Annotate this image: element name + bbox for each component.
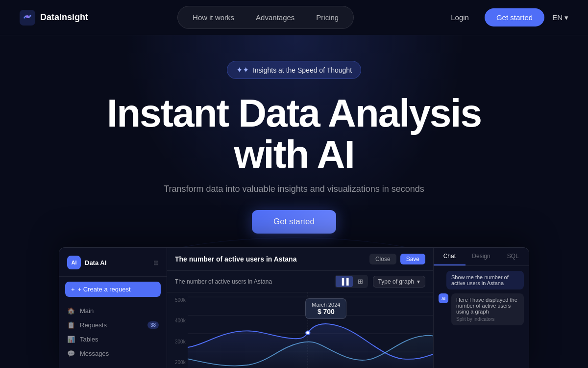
graph-type-select[interactable]: Type of graph ▾: [373, 276, 425, 288]
nav-pricing[interactable]: Pricing: [306, 9, 348, 26]
hero-subtitle: Transform data into valuable insights an…: [164, 184, 424, 194]
chart-area: 500k 400k 300k 200k: [167, 292, 433, 368]
chart-header: The number of active users in Astana Clo…: [167, 248, 433, 271]
home-icon: 🏠: [67, 307, 75, 315]
sidebar-messages-label: Messages: [80, 350, 109, 357]
svg-point-1: [26, 15, 29, 18]
y-label-500k: 500k: [175, 297, 186, 303]
create-request-label: + Create a request: [78, 286, 131, 293]
panel-tabs: Chat Design SQL: [434, 248, 529, 266]
tab-sql[interactable]: SQL: [497, 248, 529, 265]
tab-design[interactable]: Design: [466, 248, 497, 265]
chevron-down-icon: ▾: [564, 13, 568, 22]
save-button[interactable]: Save: [400, 254, 425, 264]
requests-badge: 38: [147, 321, 159, 329]
graph-type-label: Type of graph: [378, 278, 414, 285]
table-chart-type-button[interactable]: ⊞: [354, 276, 367, 287]
sparkle-icon: ✦✦: [236, 65, 249, 75]
sidebar-header: AI Data AI ⊞: [59, 256, 167, 277]
lang-label: EN: [552, 13, 563, 22]
chart-query-label: The number of active users in Astana: [175, 278, 330, 285]
nav-how-it-works[interactable]: How it works: [183, 9, 244, 26]
y-label-200k: 200k: [175, 360, 186, 365]
login-button[interactable]: Login: [443, 9, 477, 26]
requests-icon: 📋: [67, 321, 75, 329]
sidebar-item-messages[interactable]: 💬 Messages: [59, 346, 167, 361]
chart-svg: [188, 292, 433, 368]
sidebar: AI Data AI ⊞ + + Create a request 🏠 Main…: [59, 248, 167, 368]
sidebar-tables-label: Tables: [80, 336, 98, 343]
dashboard-preview: AI Data AI ⊞ + + Create a request 🏠 Main…: [59, 247, 529, 368]
svg-point-3: [29, 15, 31, 17]
navbar: DataInsight How it works Advantages Pric…: [0, 0, 588, 35]
chat-message-user: Show me the number of active users in As…: [446, 271, 524, 289]
y-label-400k: 400k: [175, 318, 186, 323]
plus-icon: +: [71, 286, 75, 293]
hero-section: ✦✦ Insights at the Speed of Thought Inst…: [0, 35, 588, 368]
chart-type-buttons: ▐▐ ⊞: [335, 275, 368, 288]
bar-chart-type-button[interactable]: ▐▐: [336, 276, 352, 287]
nav-get-started-button[interactable]: Get started: [485, 8, 544, 26]
sidebar-expand-icon: ⊞: [153, 259, 159, 266]
chevron-down-icon: ▾: [417, 278, 420, 285]
svg-point-10: [306, 331, 310, 334]
close-button[interactable]: Close: [369, 254, 396, 264]
sidebar-item-main[interactable]: 🏠 Main: [59, 304, 167, 318]
ai-avatar: AI: [67, 256, 81, 269]
split-indicators-label: Split by indicators: [456, 316, 519, 322]
messages-icon: 💬: [67, 350, 75, 357]
chart-title: The number of active users in Astana: [175, 255, 296, 263]
ai-chat-bubble: Here I have displayed the number of acti…: [451, 293, 524, 325]
tables-icon: 📊: [67, 336, 75, 343]
hero-cta-button[interactable]: Get started: [252, 210, 336, 234]
ai-message-text: Here I have displayed the number of acti…: [456, 297, 517, 315]
language-selector[interactable]: EN ▾: [552, 13, 568, 22]
hero-title: Instant Data Analysis with AI: [74, 93, 514, 175]
nav-advantages[interactable]: Advantages: [246, 9, 304, 26]
brand-name: DataInsight: [40, 12, 88, 23]
chat-messages: Show me the number of active users in As…: [434, 266, 529, 368]
hero-badge: ✦✦ Insights at the Speed of Thought: [227, 61, 361, 79]
sidebar-item-requests[interactable]: 📋 Requests 38: [59, 318, 167, 332]
chat-message-ai: AI Here I have displayed the number of a…: [439, 293, 524, 325]
main-chart-panel: The number of active users in Astana Clo…: [167, 248, 433, 368]
svg-point-2: [24, 17, 25, 19]
tab-chat[interactable]: Chat: [434, 248, 466, 265]
nav-right: Login Get started EN ▾: [443, 8, 568, 26]
sidebar-ai-badge: AI Data AI: [67, 256, 106, 269]
sidebar-main-label: Main: [80, 307, 94, 315]
sidebar-title: Data AI: [85, 259, 106, 266]
logo-icon: [20, 10, 35, 26]
create-request-button[interactable]: + + Create a request: [65, 282, 161, 297]
hero-badge-text: Insights at the Speed of Thought: [253, 66, 352, 74]
logo-area: DataInsight: [20, 10, 88, 26]
sidebar-item-tables[interactable]: 📊 Tables: [59, 332, 167, 346]
right-panel: Chat Design SQL Show me the number of ac…: [433, 248, 529, 368]
y-label-300k: 300k: [175, 339, 186, 344]
ai-chat-avatar: AI: [439, 293, 448, 303]
chart-y-labels: 500k 400k 300k 200k: [175, 297, 186, 365]
sidebar-requests-label: Requests: [80, 321, 107, 329]
chart-toolbar: The number of active users in Astana ▐▐ …: [167, 271, 433, 292]
header-actions: Close Save: [369, 254, 425, 264]
nav-links: How it works Advantages Pricing: [177, 6, 354, 29]
